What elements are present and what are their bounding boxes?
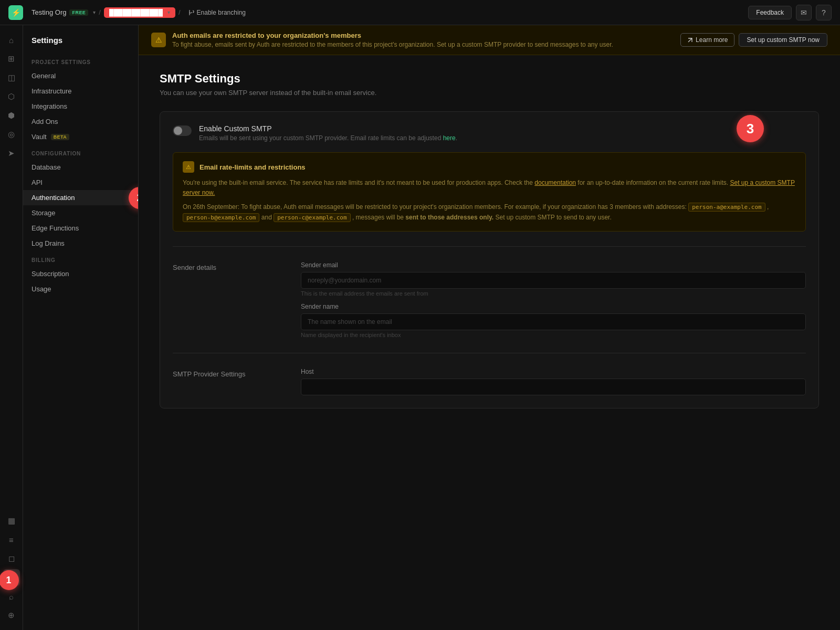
sender-details-fields: Sender email This is the email address t…: [301, 261, 806, 338]
sidebar-item-add-ons[interactable]: Add Ons: [23, 114, 138, 129]
page-title: SMTP Settings: [160, 72, 819, 86]
smtp-provider-label: SMTP Provider Settings: [173, 368, 288, 395]
page-subtitle: You can use your own SMTP server instead…: [160, 89, 819, 97]
sidebar-item-storage[interactable]: Storage: [23, 205, 138, 220]
sender-email-hint: This is the email address the emails are…: [301, 290, 806, 297]
nav-file[interactable]: ◻: [3, 550, 20, 567]
host-group: Host: [301, 368, 806, 395]
email-code-2: person-b@example.com: [183, 213, 259, 222]
toggle-row: Enable Custom SMTP Emails will be sent u…: [173, 124, 806, 142]
nav-settings[interactable]: ⚙ 1: [3, 569, 20, 586]
nav-folder[interactable]: ⬢: [3, 107, 20, 124]
sidebar-item-vault[interactable]: Vault BETA: [23, 129, 138, 144]
page-content: SMTP Settings You can use your own SMTP …: [139, 55, 840, 630]
setup-smtp-button[interactable]: Set up custom SMTP now: [739, 33, 827, 47]
nav-search[interactable]: ⌕: [3, 588, 20, 605]
host-label: Host: [301, 368, 806, 375]
sender-details-label: Sender details: [173, 261, 288, 338]
project-breadcrumb[interactable]: ████████████ ▾: [104, 7, 175, 18]
email-code-1: person-a@example.com: [688, 203, 765, 212]
breadcrumb-sep-1: /: [99, 8, 101, 16]
help-button[interactable]: ?: [816, 5, 832, 20]
nav-home[interactable]: ⌂: [3, 32, 20, 48]
rate-limit-para-1: You're using the built-in email service.…: [183, 178, 796, 198]
enable-custom-smtp-toggle[interactable]: [173, 125, 192, 136]
topbar-right: Feedback ✉ ?: [748, 5, 832, 20]
sidebar-item-infrastructure[interactable]: Infrastructure: [23, 83, 138, 99]
sidebar-item-general[interactable]: General: [23, 68, 138, 83]
sidebar-section-configuration: CONFIGURATION: [23, 144, 138, 160]
sender-name-hint: Name displayed in the recipient's inbox: [301, 332, 806, 338]
annotation-1: 1: [0, 570, 19, 590]
toggle-label: Enable Custom SMTP: [199, 124, 457, 133]
sender-details-section: Sender details Sender email This is the …: [173, 246, 806, 338]
sidebar-item-integrations[interactable]: Integrations: [23, 99, 138, 114]
warning-icon: ⚠: [151, 33, 166, 47]
sender-name-label: Sender name: [301, 303, 806, 310]
icon-nav: ⌂ ⊞ ◫ ⬡ ⬢ ◎ ➤ ▦ ≡ ◻ ⚙ 1 ⌕ ⊕: [0, 25, 23, 630]
plan-badge: Free: [69, 9, 88, 16]
breadcrumb-sep-2: /: [178, 8, 181, 16]
sidebar-section-billing: BILLING: [23, 251, 138, 266]
feedback-button[interactable]: Feedback: [748, 6, 792, 19]
nav-globe[interactable]: ⊕: [3, 607, 20, 624]
breadcrumb: Testing Org Free ▾ / ████████████ ▾ / En…: [32, 7, 250, 18]
warning-title: Auth emails are restricted to your organ…: [172, 32, 674, 39]
sidebar-item-database[interactable]: Database: [23, 160, 138, 175]
vault-beta-badge: BETA: [51, 134, 70, 140]
rate-limit-box: ⚠ Email rate-limits and restrictions You…: [173, 152, 806, 232]
rate-limit-body: You're using the built-in email service.…: [183, 178, 796, 223]
content-area: ⚠ Auth emails are restricted to your org…: [139, 25, 840, 630]
branch-icon: [188, 9, 194, 16]
smtp-settings-card: Enable Custom SMTP Emails will be sent u…: [160, 111, 819, 408]
logo: ⚡: [8, 5, 23, 20]
sidebar: Settings PROJECT SETTINGS General Infras…: [23, 25, 139, 630]
sidebar-item-edge-functions[interactable]: Edge Functions: [23, 220, 138, 236]
warning-text: Auth emails are restricted to your organ…: [172, 32, 674, 48]
sender-email-label: Sender email: [301, 261, 806, 269]
host-input[interactable]: [301, 379, 806, 395]
sender-email-input[interactable]: [301, 272, 806, 289]
main-layout: ⌂ ⊞ ◫ ⬡ ⬢ ◎ ➤ ▦ ≡ ◻ ⚙ 1 ⌕ ⊕ Settings PRO…: [0, 25, 840, 630]
annotation-3: 3: [737, 115, 764, 142]
toggle-here-link[interactable]: here: [443, 134, 456, 142]
sidebar-item-authentication[interactable]: Authentication 2: [23, 190, 138, 205]
enable-branching-button[interactable]: Enable branching: [184, 7, 250, 18]
learn-more-button[interactable]: Learn more: [680, 33, 734, 47]
sidebar-item-log-drains[interactable]: Log Drains: [23, 236, 138, 251]
setup-smtp-link[interactable]: Set up a custom SMTP server now.: [183, 179, 795, 196]
warning-actions: Learn more Set up custom SMTP now: [680, 33, 827, 47]
org-breadcrumb[interactable]: Testing Org Free ▾: [32, 8, 96, 16]
nav-send[interactable]: ➤: [3, 145, 20, 162]
nav-target[interactable]: ◎: [3, 126, 20, 143]
nav-inbox[interactable]: ◫: [3, 69, 20, 86]
sidebar-item-api[interactable]: API: [23, 175, 138, 190]
documentation-link[interactable]: documentation: [534, 179, 576, 186]
nav-list[interactable]: ≡: [3, 531, 20, 548]
external-link-icon: [687, 37, 693, 43]
rate-limit-para-2: On 26th September: To fight abuse, Auth …: [183, 202, 796, 222]
smtp-provider-fields: Host: [301, 368, 806, 395]
notifications-button[interactable]: ✉: [796, 5, 812, 20]
sender-name-group: Sender name Name displayed in the recipi…: [301, 303, 806, 338]
sidebar-title: Settings: [23, 36, 138, 53]
warning-description: To fight abuse, emails sent by Auth are …: [172, 41, 674, 48]
sidebar-section-project-settings: PROJECT SETTINGS: [23, 53, 138, 68]
rate-limit-title: Email rate-limits and restrictions: [200, 163, 306, 171]
sidebar-item-usage[interactable]: Usage: [23, 281, 138, 297]
nav-table[interactable]: ⊞: [3, 50, 20, 67]
topbar: ⚡ Testing Org Free ▾ / ████████████ ▾ / …: [0, 0, 840, 25]
rate-limit-icon: ⚠: [183, 161, 194, 173]
toggle-description: Emails will be sent using your custom SM…: [199, 134, 457, 142]
org-dropdown-icon: ▾: [93, 9, 96, 15]
sender-name-input[interactable]: [301, 313, 806, 330]
sidebar-item-subscription[interactable]: Subscription: [23, 266, 138, 281]
email-code-3: person-c@example.com: [274, 213, 350, 222]
sender-email-group: Sender email This is the email address t…: [301, 261, 806, 297]
nav-shield[interactable]: ⬡: [3, 88, 20, 105]
warning-banner: ⚠ Auth emails are restricted to your org…: [139, 25, 840, 55]
project-dropdown-icon: ▾: [167, 9, 170, 15]
nav-chart[interactable]: ▦: [3, 512, 20, 529]
smtp-provider-section: SMTP Provider Settings Host: [173, 353, 806, 395]
